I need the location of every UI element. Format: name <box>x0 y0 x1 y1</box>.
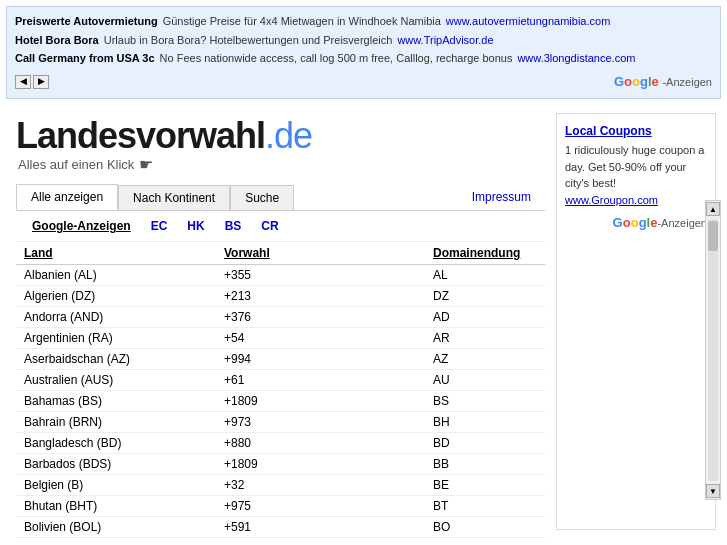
scroll-thumb[interactable] <box>708 221 718 251</box>
cell-land: Albanien (AL) <box>16 265 216 286</box>
cell-land: Barbados (BDS) <box>16 454 216 475</box>
data-table: Google-Anzeigen EC HK BS CR Land Vorwahl <box>16 211 545 538</box>
cell-empty <box>336 412 425 433</box>
table-wrapper: Google-Anzeigen EC HK BS CR Land Vorwahl <box>16 210 545 538</box>
cell-land: Bahamas (BS) <box>16 391 216 412</box>
cell-empty <box>336 454 425 475</box>
site-title: Landesvorwahl.de <box>16 115 551 157</box>
ad2-title: Hotel Bora Bora <box>15 31 99 50</box>
right-ad-title[interactable]: Local Coupons <box>565 122 707 140</box>
table-body: Albanien (AL) +355 AL Algerien (DZ) +213… <box>16 265 545 538</box>
table-row: Aserbaidschan (AZ) +994 AZ <box>16 349 545 370</box>
impressum-link[interactable]: Impressum <box>472 190 531 204</box>
cell-empty <box>336 265 425 286</box>
cell-domain: BE <box>425 475 545 496</box>
cell-land: Bolivien (BOL) <box>16 517 216 538</box>
cell-vorwahl: +975 <box>216 496 336 517</box>
right-ad: Local Coupons 1 ridiculously huge coupon… <box>556 113 716 530</box>
cell-domain: AZ <box>425 349 545 370</box>
col-header-land: Land <box>16 242 216 265</box>
cell-land: Belgien (B) <box>16 475 216 496</box>
cell-empty <box>336 517 425 538</box>
cell-vorwahl: +994 <box>216 349 336 370</box>
tagline: Alles auf einen Klick ☛ <box>16 155 551 174</box>
ad1-title: Preiswerte Autovermietung <box>15 12 158 31</box>
ad3-title: Call Germany from USA 3c <box>15 49 155 68</box>
scroll-up-arrow[interactable]: ▲ <box>706 202 720 216</box>
cell-land: Argentinien (RA) <box>16 328 216 349</box>
scrollbar[interactable]: ▲ ▼ <box>705 200 721 500</box>
cell-vorwahl: +32 <box>216 475 336 496</box>
cell-empty <box>336 496 425 517</box>
nav-ec[interactable]: EC <box>151 219 168 233</box>
tab-suche[interactable]: Suche <box>230 185 294 210</box>
ad3-link[interactable]: www.3longdistance.com <box>517 49 635 68</box>
right-ad-link[interactable]: www.Groupon.com <box>565 194 658 206</box>
cell-domain: BH <box>425 412 545 433</box>
left-section: Landesvorwahl.de Alles auf einen Klick ☛… <box>6 105 551 538</box>
ad2-desc: Urlaub in Bora Bora? Hotelbewertungen un… <box>104 31 393 50</box>
nav-links-row: Google-Anzeigen EC HK BS CR <box>16 211 545 242</box>
ad-line-2: Hotel Bora Bora Urlaub in Bora Bora? Hot… <box>15 31 712 50</box>
ad-nav: ◀ ▶ Google -Anzeigen <box>15 71 712 93</box>
cell-vorwahl: +54 <box>216 328 336 349</box>
table-row: Argentinien (RA) +54 AR <box>16 328 545 349</box>
cell-vorwahl: +973 <box>216 412 336 433</box>
main-area: Landesvorwahl.de Alles auf einen Klick ☛… <box>6 105 721 538</box>
nav-bs[interactable]: BS <box>225 219 242 233</box>
google-anzeigen-banner: Google -Anzeigen <box>614 71 712 93</box>
cell-land: Australien (AUS) <box>16 370 216 391</box>
table-row: Algerien (DZ) +213 DZ <box>16 286 545 307</box>
scroll-down-arrow[interactable]: ▼ <box>706 484 720 498</box>
cell-vorwahl: +213 <box>216 286 336 307</box>
right-ad-google: Google -Anzeigen <box>565 213 707 233</box>
ad2-link[interactable]: www.TripAdvisor.de <box>397 31 493 50</box>
cell-domain: BO <box>425 517 545 538</box>
ad-prev-arrow[interactable]: ◀ <box>15 75 31 89</box>
cell-land: Bhutan (BHT) <box>16 496 216 517</box>
cell-land: Bahrain (BRN) <box>16 412 216 433</box>
ad-arrows: ◀ ▶ <box>15 75 49 89</box>
google-anzeigen-nav: Google-Anzeigen <box>32 219 131 233</box>
cell-empty <box>336 475 425 496</box>
table-row: Barbados (BDS) +1809 BB <box>16 454 545 475</box>
cell-vorwahl: +591 <box>216 517 336 538</box>
ad-next-arrow[interactable]: ▶ <box>33 75 49 89</box>
ad1-link[interactable]: www.autovermietungnamibia.com <box>446 12 610 31</box>
table-header-row: Land Vorwahl Domainendung <box>16 242 545 265</box>
ad-line-1: Preiswerte Autovermietung Günstige Preis… <box>15 12 712 31</box>
tab-nach-kontinent[interactable]: Nach Kontinent <box>118 185 230 210</box>
cell-vorwahl: +376 <box>216 307 336 328</box>
table-row: Bolivien (BOL) +591 BO <box>16 517 545 538</box>
cursor-icon: ☛ <box>139 155 153 174</box>
cell-empty <box>336 328 425 349</box>
ad-banner: Preiswerte Autovermietung Günstige Preis… <box>6 6 721 99</box>
cell-land: Bangladesch (BD) <box>16 433 216 454</box>
cell-empty <box>336 349 425 370</box>
cell-empty <box>336 307 425 328</box>
cell-domain: BS <box>425 391 545 412</box>
nav-cr[interactable]: CR <box>261 219 278 233</box>
cell-vorwahl: +880 <box>216 433 336 454</box>
cell-vorwahl: +61 <box>216 370 336 391</box>
table-row: Bhutan (BHT) +975 BT <box>16 496 545 517</box>
cell-vorwahl: +355 <box>216 265 336 286</box>
tabs-container: Alle anzeigen Nach Kontinent Suche <box>16 184 294 210</box>
right-ad-text: 1 ridiculously huge coupon a day. Get 50… <box>565 142 707 192</box>
site-header: Landesvorwahl.de Alles auf einen Klick ☛ <box>6 105 551 179</box>
cell-land: Aserbaidschan (AZ) <box>16 349 216 370</box>
cell-domain: AR <box>425 328 545 349</box>
tagline-text: Alles auf einen Klick <box>18 157 134 172</box>
ad-line-3: Call Germany from USA 3c No Fees nationw… <box>15 49 712 68</box>
cell-empty <box>336 433 425 454</box>
tab-alle-anzeigen[interactable]: Alle anzeigen <box>16 184 118 210</box>
nav-hk[interactable]: HK <box>187 219 204 233</box>
col-header-vorwahl: Vorwahl <box>216 242 336 265</box>
cell-domain: AD <box>425 307 545 328</box>
table-row: Andorra (AND) +376 AD <box>16 307 545 328</box>
ad1-desc: Günstige Preise für 4x4 Mietwagen in Win… <box>163 12 441 31</box>
nav-links: Google-Anzeigen EC HK BS CR <box>24 215 537 237</box>
cell-land: Andorra (AND) <box>16 307 216 328</box>
cell-domain: DZ <box>425 286 545 307</box>
table-row: Australien (AUS) +61 AU <box>16 370 545 391</box>
